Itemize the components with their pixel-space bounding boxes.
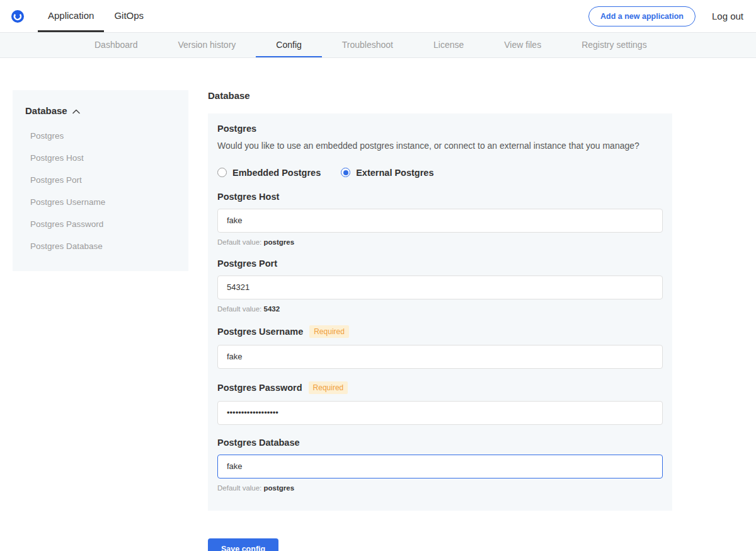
group-title: Postgres [217,124,663,134]
group-help-text: Would you like to use an embedded postgr… [217,140,663,153]
sidebar-item-postgres-host[interactable]: Postgres Host [25,147,176,169]
radio-label: External Postgres [356,168,433,178]
subnav-tab-version-history[interactable]: Version history [158,33,256,57]
required-badge: Required [309,381,348,394]
subnav-tab-view-files[interactable]: View files [484,33,561,57]
app-logo-icon [11,10,24,23]
field-label: Postgres Database [217,438,300,448]
tab-gitops[interactable]: GitOps [104,0,154,32]
header-actions: Add a new application Log out [588,6,747,26]
config-page: Database Postgres Postgres Host Postgres… [0,58,756,551]
top-nav: Application GitOps [38,0,154,32]
postgres-config-group: Postgres Would you like to use an embedd… [208,113,672,511]
sidebar-item-postgres-port[interactable]: Postgres Port [25,169,176,191]
postgres-username-input[interactable] [217,345,663,369]
field-postgres-port: Postgres Port Default value: 5432 [217,258,663,313]
top-header: Application GitOps Add a new application… [0,0,756,33]
sidebar-item-postgres-password[interactable]: Postgres Password [25,213,176,235]
postgres-port-input[interactable] [217,276,663,299]
radio-label: Embedded Postgres [232,168,321,178]
config-main: Database Postgres Would you like to use … [208,90,672,551]
field-postgres-host: Postgres Host Default value: postgres [217,192,663,246]
subnav-tab-license[interactable]: License [413,33,484,57]
postgres-mode-radio-group: Embedded Postgres External Postgres [217,168,663,178]
postgres-host-input[interactable] [217,209,663,233]
sidebar-item-postgres-username[interactable]: Postgres Username [25,191,176,213]
add-application-button[interactable]: Add a new application [588,6,696,26]
logout-link[interactable]: Log out [712,11,747,21]
radio-unselected-icon [217,168,227,177]
postgres-password-input[interactable] [217,401,663,425]
chevron-up-icon [72,105,80,116]
field-label: Postgres Port [217,258,277,269]
sidebar-group-database[interactable]: Database [25,105,176,116]
subnav-tab-registry-settings[interactable]: Registry settings [561,33,667,57]
radio-external-postgres[interactable]: External Postgres [341,168,433,178]
sidebar-group-label: Database [25,105,67,116]
section-title: Database [208,90,672,101]
app-subnav: Dashboard Version history Config Trouble… [0,33,756,58]
default-value-hint: Default value: 5432 [217,305,663,313]
radio-embedded-postgres[interactable]: Embedded Postgres [217,168,321,178]
subnav-tab-dashboard[interactable]: Dashboard [74,33,158,57]
subnav-tab-config[interactable]: Config [256,33,321,57]
field-label: Postgres Host [217,192,279,202]
tab-application[interactable]: Application [38,0,104,32]
postgres-database-input[interactable] [217,455,663,478]
default-value-hint: Default value: postgres [217,484,663,492]
save-config-button[interactable]: Save config [208,538,278,551]
sidebar-item-postgres-database[interactable]: Postgres Database [25,235,176,257]
field-postgres-password: Postgres Password Required [217,381,663,425]
sidebar-item-postgres[interactable]: Postgres [25,125,176,147]
default-value-hint: Default value: postgres [217,238,663,246]
required-badge: Required [309,325,349,338]
subnav-tab-troubleshoot[interactable]: Troubleshoot [322,33,413,57]
radio-selected-icon [341,168,350,177]
field-postgres-database: Postgres Database Default value: postgre… [217,438,663,492]
field-label: Postgres Password [217,383,302,393]
field-postgres-username: Postgres Username Required [217,325,663,369]
config-sidebar: Database Postgres Postgres Host Postgres… [13,90,188,271]
field-label: Postgres Username [217,327,303,337]
